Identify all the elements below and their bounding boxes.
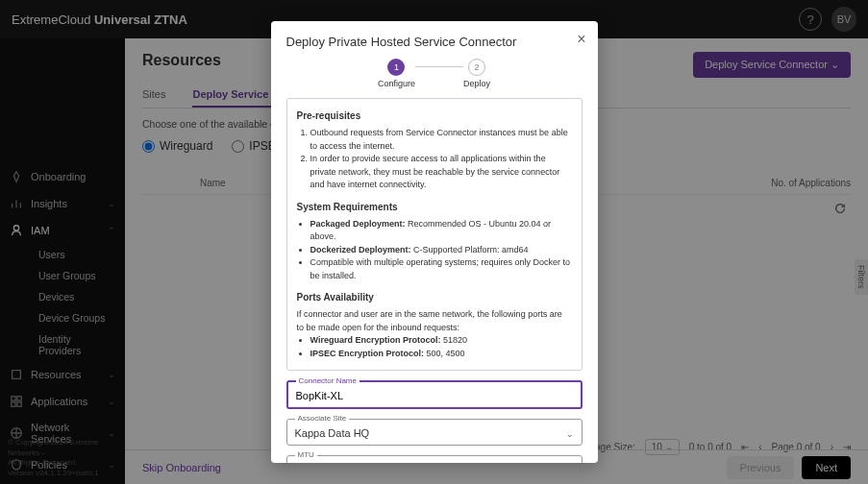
modal-title: Deploy Private Hosted Service Connector bbox=[286, 35, 583, 49]
modal-overlay: × Deploy Private Hosted Service Connecto… bbox=[0, 0, 868, 484]
step-configure: 1 Configure bbox=[378, 59, 415, 88]
stepper: 1 Configure 2 Deploy bbox=[286, 59, 583, 88]
deploy-modal: × Deploy Private Hosted Service Connecto… bbox=[271, 21, 598, 463]
chevron-down-icon: ⌄ bbox=[566, 429, 574, 439]
close-icon[interactable]: × bbox=[577, 31, 585, 48]
mtu-field[interactable]: MTU Bytes bbox=[286, 455, 583, 463]
connector-name-field[interactable]: Connector Name bbox=[286, 380, 583, 409]
step-deploy: 2 Deploy bbox=[463, 59, 490, 88]
requirements-box: Pre-requisites Outbound requests from Se… bbox=[286, 98, 583, 371]
connector-name-input[interactable] bbox=[296, 390, 573, 401]
associate-site-field[interactable]: Associate Site Kappa Data HQ ⌄ bbox=[286, 419, 583, 446]
